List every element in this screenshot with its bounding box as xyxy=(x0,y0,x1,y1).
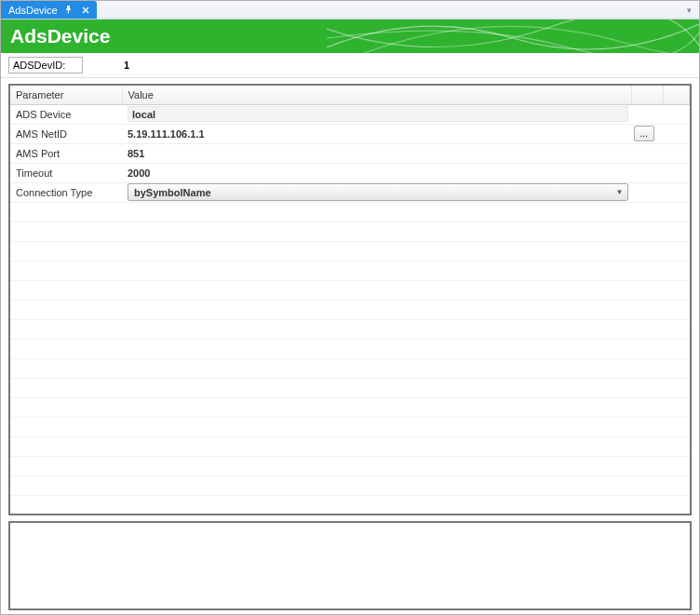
page-title: AdsDevice xyxy=(10,25,110,47)
pin-icon[interactable] xyxy=(63,5,74,16)
empty-row xyxy=(10,261,690,280)
column-header-value[interactable]: Value xyxy=(122,86,632,104)
empty-row xyxy=(10,241,690,261)
tab-bar: AdsDevice ▾ xyxy=(1,1,699,20)
empty-row xyxy=(10,358,690,378)
param-cell: AMS NetID xyxy=(10,124,122,143)
param-cell: Timeout xyxy=(10,163,122,182)
connection-type-combo[interactable]: bySymbolName▼ xyxy=(128,183,628,201)
parameter-table: Parameter Value ADS DevicelocalAMS NetID… xyxy=(10,86,690,515)
header-banner: AdsDevice xyxy=(1,20,699,53)
close-icon[interactable] xyxy=(80,5,91,16)
empty-row xyxy=(10,280,690,300)
bottom-panel xyxy=(8,521,692,610)
editable-value[interactable]: 2000 xyxy=(128,167,150,180)
value-cell: 2000 xyxy=(122,163,690,182)
empty-row xyxy=(10,495,690,515)
value-cell: bySymbolName▼ xyxy=(122,182,690,202)
empty-row xyxy=(10,202,690,221)
table-row: ADS Devicelocal xyxy=(10,104,690,124)
empty-row xyxy=(10,417,690,436)
empty-row xyxy=(10,221,690,241)
value-cell: local xyxy=(122,104,690,124)
column-header-extra2[interactable] xyxy=(664,86,690,104)
readonly-value: local xyxy=(128,106,628,122)
empty-row xyxy=(10,475,690,495)
parameter-table-container: Parameter Value ADS DevicelocalAMS NetID… xyxy=(8,84,692,515)
table-row: Connection TypebySymbolName▼ xyxy=(10,182,690,202)
empty-row xyxy=(10,436,690,456)
empty-row xyxy=(10,378,690,397)
column-header-parameter[interactable]: Parameter xyxy=(10,86,122,104)
table-row: AMS NetID5.19.111.106.1.1... xyxy=(10,124,690,143)
chevron-down-icon: ▼ xyxy=(616,188,624,196)
header-decoration xyxy=(327,20,699,53)
param-cell: Connection Type xyxy=(10,182,122,202)
empty-row xyxy=(10,339,690,358)
tab-label: AdsDevice xyxy=(8,5,58,16)
content-area: Parameter Value ADS DevicelocalAMS NetID… xyxy=(1,78,699,614)
empty-row xyxy=(10,397,690,417)
browse-button[interactable]: ... xyxy=(634,126,654,141)
param-cell: AMS Port xyxy=(10,143,122,163)
editable-value[interactable]: 851 xyxy=(128,147,144,160)
editable-value[interactable]: 5.19.111.106.1.1 xyxy=(128,127,630,140)
empty-row xyxy=(10,319,690,339)
tab-overflow-icon[interactable]: ▾ xyxy=(682,4,695,17)
devid-row xyxy=(1,53,699,78)
devid-label xyxy=(8,57,83,74)
value-cell: 851 xyxy=(122,143,690,163)
devid-value[interactable] xyxy=(87,58,133,73)
param-cell: ADS Device xyxy=(10,104,122,124)
value-cell: 5.19.111.106.1.1... xyxy=(122,124,690,143)
table-row: AMS Port851 xyxy=(10,143,690,163)
empty-row xyxy=(10,456,690,475)
table-row: Timeout2000 xyxy=(10,163,690,182)
column-header-extra1[interactable] xyxy=(632,86,664,104)
tab-adsdevice[interactable]: AdsDevice xyxy=(1,1,97,19)
window-frame: AdsDevice ▾ AdsDevice xyxy=(0,0,700,615)
empty-row xyxy=(10,300,690,319)
combo-value: bySymbolName xyxy=(134,187,211,198)
